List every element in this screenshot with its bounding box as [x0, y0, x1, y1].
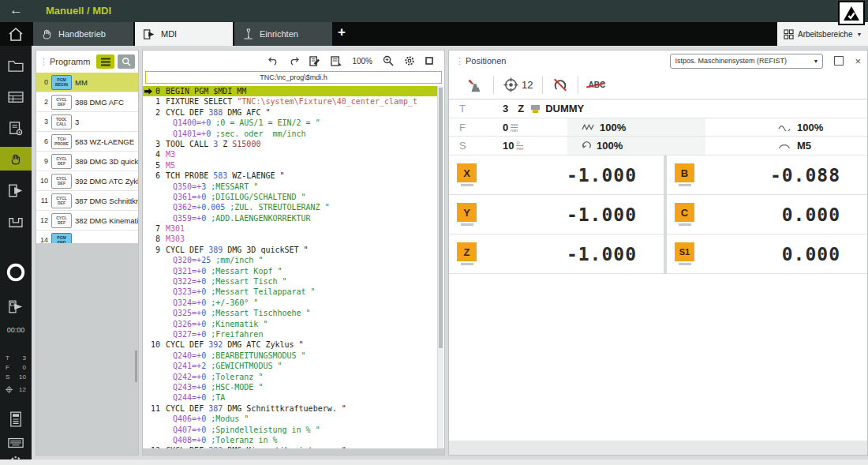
- structure-view-button[interactable]: [96, 54, 114, 69]
- file-path: TNC:\nc_prog\$mdi.h: [260, 73, 327, 81]
- program-structure-row[interactable]: 3 TOOLCALL 3: [36, 112, 138, 132]
- code-line[interactable]: 4 M3: [143, 149, 439, 159]
- line-number: [143, 255, 160, 265]
- row-label: 3: [75, 118, 79, 126]
- editor-toolbar: 100%: [143, 51, 444, 71]
- axis-cell[interactable]: B -0.088: [667, 156, 867, 195]
- tab-bar: Handbetrieb MDI Einrichten + Arbeitsbere…: [0, 22, 868, 46]
- sidebar-item-program-settings[interactable]: [0, 117, 32, 141]
- zoom-icon[interactable]: [383, 55, 394, 66]
- calculator-icon[interactable]: [0, 407, 32, 431]
- code-line[interactable]: Q242=+0 ;Toleranz ": [143, 372, 439, 382]
- spindle-value: 10: [503, 140, 514, 152]
- code-line[interactable]: Q243=+0 ;HSC-MODE ": [143, 382, 439, 392]
- code-line[interactable]: Q362=+0.005 ;ZUL. STREUTOLERANZ ": [143, 202, 439, 212]
- program-structure-row[interactable]: 6 TCHPROBE 583 WZ-LAENGE: [36, 132, 138, 152]
- code-line[interactable]: Q321=+0 ;Messart Kopf ": [143, 266, 439, 276]
- back-icon[interactable]: ←: [9, 2, 23, 18]
- code-line[interactable]: 1 FIXTURE SELECT "TNC:\system\Fixture\40…: [143, 96, 439, 107]
- status-key: S: [6, 373, 9, 381]
- code-line[interactable]: Q324=+0 ;+/-360° ": [143, 298, 439, 308]
- maximize-icon[interactable]: [834, 56, 844, 66]
- code-line[interactable]: Q326=+0 ;Kinematik ": [143, 319, 439, 329]
- program-scrollbar[interactable]: [135, 351, 137, 382]
- axis-cell[interactable]: S1 0.000: [667, 234, 867, 274]
- active-program-icon[interactable]: [0, 294, 32, 318]
- close-icon[interactable]: ×: [855, 55, 861, 67]
- tab-einrichten[interactable]: Einrichten: [234, 22, 332, 46]
- code-line[interactable]: 8 M303: [143, 234, 439, 244]
- program-structure-row[interactable]: 10 CYCLDEF 392 DMG ATC Zyklu: [36, 171, 138, 191]
- code-line[interactable]: Q361=+0 ;DIGILOG/SCHALTEND ": [143, 192, 439, 202]
- sidebar-item-program-run[interactable]: [0, 178, 32, 202]
- line-number: 2: [143, 107, 160, 118]
- editor-scrollbar-thumb[interactable]: [439, 88, 443, 348]
- program-structure-row[interactable]: 12 CYCLDEF 382 DMG Kinematik: [36, 211, 138, 231]
- program-structure-row[interactable]: 0 PGMBEGIN MM: [36, 73, 138, 92]
- editor-settings-gear-icon[interactable]: [404, 55, 415, 66]
- tab-handbetrieb[interactable]: Handbetrieb: [33, 22, 133, 46]
- code-line[interactable]: 10 CYCL DEF 392 DMG ATC Zyklus ": [143, 339, 439, 350]
- code-line[interactable]: Q320=+25 ;mm/inch ": [143, 255, 439, 265]
- line-number: 5: [143, 160, 160, 171]
- add-tab-button[interactable]: +: [338, 24, 346, 40]
- code-editor[interactable]: 0 BEGIN PGM $MDI MM 1 FIXTURE SELECT "TN…: [143, 86, 439, 449]
- code-line[interactable]: 6 TCH PROBE 583 WZ-LAENGE ": [143, 171, 439, 181]
- code-line[interactable]: Q323=+0 ;Messart Teilapparat ": [143, 287, 439, 297]
- override-poti-icon[interactable]: [0, 261, 32, 284]
- axis-cell[interactable]: Y -1.000: [449, 195, 664, 234]
- edit-mode-icon[interactable]: [309, 56, 320, 66]
- code-line[interactable]: Q240=+0 ;BEARBEITUNGSMODUS ": [143, 351, 439, 361]
- code-line[interactable]: Q350=+3 ;MESSART ": [143, 182, 439, 192]
- undo-icon[interactable]: [268, 56, 279, 66]
- line-number: 7: [143, 223, 160, 234]
- tab-mdi[interactable]: MDI: [135, 22, 233, 46]
- redo-icon[interactable]: [289, 56, 299, 66]
- code-line[interactable]: Q359=+0 ;ADD.LAENGENKORREKTUR: [143, 213, 439, 223]
- code-line[interactable]: 5 M5: [143, 160, 439, 171]
- spindle-unit: U min: [516, 141, 523, 151]
- editor-scrollbar[interactable]: [437, 86, 443, 449]
- axis-reference-underline: [679, 184, 691, 186]
- code-line[interactable]: Q1400=+0 ;0 = AUS/1 = EIN/2 = ": [143, 118, 439, 128]
- status-value: 10: [19, 373, 26, 381]
- sidebar-item-manual[interactable]: [0, 147, 32, 171]
- code-line[interactable]: Q407=+0 ;Spindelleistung in % ": [143, 425, 439, 435]
- program-structure-row[interactable]: 9 CYCLDEF 389 DMG 3D quickS: [36, 152, 138, 171]
- line-number: [143, 361, 160, 371]
- position-mode-dropdown[interactable]: Istpos. Maschinensystem (REFIST) ▼: [670, 54, 823, 69]
- code-line[interactable]: Q327=+0 ;Freifahren: [143, 329, 439, 339]
- workspaces-button[interactable]: Arbeitsbereiche ▼: [777, 22, 868, 46]
- panel-grip[interactable]: ⋮: [455, 56, 462, 66]
- status-overview-row: T 3: [0, 354, 32, 363]
- home-icon[interactable]: [6, 25, 25, 43]
- code-line[interactable]: Q244=+0 ;TA: [143, 392, 439, 403]
- code-line[interactable]: 7 M301: [143, 223, 439, 234]
- axis-cell[interactable]: Z -1.000: [449, 234, 664, 274]
- sidebar-item-files[interactable]: [0, 54, 32, 77]
- code-line[interactable]: Q241=+2 ;GEWICHTMODUS ": [143, 361, 439, 371]
- search-button[interactable]: [118, 54, 135, 69]
- sidebar-item-tables[interactable]: [0, 85, 32, 109]
- code-line[interactable]: Q1401=+0 ;sec. oder mm/inch: [143, 129, 439, 139]
- insert-block-icon[interactable]: [331, 56, 342, 66]
- axis-cell[interactable]: X -1.000: [449, 156, 664, 195]
- code-line[interactable]: Q408=+0 ;Toleranz in %: [143, 435, 439, 445]
- code-line[interactable]: 3 TOOL CALL 3 Z S15000: [143, 139, 439, 149]
- axis-cell[interactable]: C 0.000: [667, 195, 867, 234]
- code-line[interactable]: 9 CYCL DEF 389 DMG 3D quickSET ": [143, 245, 439, 255]
- program-structure-row[interactable]: 2 CYCLDEF 388 DMG AFC: [36, 92, 138, 112]
- code-line[interactable]: 2 CYCL DEF 388 DMG AFC ": [143, 107, 439, 118]
- code-line[interactable]: Q325=+0 ;Messart Tischhoehe ": [143, 308, 439, 318]
- line-text: BEGIN PGM $MDI MM: [166, 86, 246, 96]
- maximize-icon[interactable]: [425, 57, 433, 65]
- code-line[interactable]: 0 BEGIN PGM $MDI MM: [143, 86, 439, 96]
- code-line[interactable]: Q322=+0 ;Messart Tisch ": [143, 276, 439, 287]
- panel-grip[interactable]: ⋮: [39, 57, 47, 67]
- axis-badge-wrap: Y: [457, 203, 477, 226]
- sidebar-item-machine[interactable]: [0, 210, 32, 234]
- program-structure-row[interactable]: 11 CYCLDEF 387 DMG Schnittkra: [36, 191, 138, 211]
- code-line[interactable]: Q406=+0 ;Modus ": [143, 414, 439, 424]
- code-line[interactable]: 11 CYCL DEF 387 DMG Schnittkraftueberw. …: [143, 403, 439, 414]
- line-text: Q407=+0 ;Spindelleistung in % ": [166, 425, 320, 435]
